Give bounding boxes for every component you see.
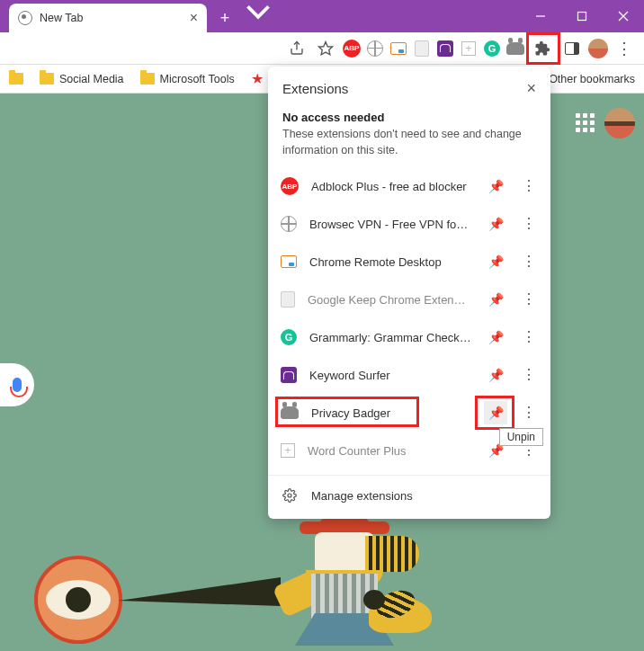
window-titlebar: New Tab × + bbox=[0, 0, 644, 32]
ext-keep-icon[interactable] bbox=[412, 39, 432, 58]
folder-icon bbox=[40, 73, 54, 85]
extension-name: Adblock Plus - free ad blocker bbox=[311, 180, 471, 193]
ext-browsec-icon[interactable] bbox=[365, 39, 385, 58]
tab-title: New Tab bbox=[40, 12, 83, 24]
extension-name: Grammarly: Grammar Checker... bbox=[309, 331, 471, 344]
more-icon[interactable] bbox=[520, 410, 538, 415]
extension-row-grammarly[interactable]: G Grammarly: Grammar Checker... 📌 bbox=[268, 318, 550, 356]
share-icon[interactable] bbox=[284, 36, 309, 61]
extension-name: Chrome Remote Desktop bbox=[309, 255, 471, 269]
ext-privacy-badger-icon[interactable] bbox=[505, 39, 525, 58]
bookmark-star-icon[interactable] bbox=[313, 36, 338, 61]
tab-favicon bbox=[18, 11, 32, 25]
more-icon[interactable] bbox=[520, 221, 538, 227]
section-title: No access needed bbox=[268, 107, 550, 126]
ext-keyword-surfer-icon[interactable] bbox=[435, 39, 455, 58]
manage-extensions-row[interactable]: Manage extensions bbox=[268, 475, 550, 515]
extension-row-browsec[interactable]: Browsec VPN - Free VPN for Ch... 📌 bbox=[268, 205, 550, 243]
popup-title: Extensions bbox=[282, 81, 348, 96]
google-apps-icon[interactable] bbox=[576, 113, 595, 133]
more-icon[interactable] bbox=[520, 259, 538, 264]
bookmark-folder[interactable] bbox=[9, 73, 23, 85]
word-counter-icon: + bbox=[281, 443, 295, 458]
star-icon: ★ bbox=[251, 70, 264, 87]
svg-rect-1 bbox=[578, 13, 586, 21]
more-icon[interactable] bbox=[520, 183, 538, 189]
pin-icon[interactable]: 📌 bbox=[484, 326, 507, 349]
extension-name: Privacy Badger bbox=[311, 406, 471, 420]
crd-icon bbox=[281, 255, 297, 268]
svg-marker-5 bbox=[319, 41, 333, 54]
pin-icon[interactable]: 📌 bbox=[484, 363, 507, 387]
ext-adblock-icon[interactable]: ABP bbox=[342, 39, 362, 58]
grammarly-icon: G bbox=[281, 329, 297, 345]
pin-icon[interactable]: 📌 bbox=[484, 401, 507, 424]
voice-search-button[interactable] bbox=[0, 363, 34, 406]
ext-remote-desktop-icon[interactable] bbox=[389, 39, 408, 58]
extension-row-privacy-badger[interactable]: Privacy Badger 📌 Unpin bbox=[268, 394, 550, 432]
extension-row-crd[interactable]: Chrome Remote Desktop 📌 bbox=[268, 243, 550, 281]
more-icon[interactable] bbox=[520, 448, 538, 453]
extension-name: Browsec VPN - Free VPN for Ch... bbox=[309, 218, 471, 231]
pin-icon[interactable]: 📌 bbox=[484, 212, 507, 236]
tab-close-icon[interactable]: × bbox=[190, 10, 198, 26]
bookmark-folder[interactable]: Social Media bbox=[40, 73, 124, 85]
more-icon[interactable] bbox=[520, 334, 538, 340]
extension-name: Word Counter Plus bbox=[308, 444, 471, 458]
highlight-box bbox=[526, 32, 560, 65]
microphone-icon bbox=[13, 378, 22, 392]
privacy-badger-icon bbox=[281, 406, 299, 419]
pin-icon[interactable]: 📌 bbox=[484, 174, 507, 198]
other-bookmarks[interactable]: Other bookmarks bbox=[549, 73, 635, 85]
folder-icon bbox=[140, 73, 155, 85]
account-avatar[interactable] bbox=[604, 108, 635, 138]
unpin-tooltip: Unpin bbox=[499, 428, 543, 446]
more-icon[interactable] bbox=[520, 372, 538, 378]
profile-avatar-icon[interactable] bbox=[588, 39, 608, 58]
browser-toolbar: ABP + G ⋮ bbox=[0, 32, 644, 65]
keyword-surfer-icon bbox=[281, 367, 297, 383]
browser-tab[interactable]: New Tab × bbox=[9, 4, 207, 32]
tab-search-button[interactable] bbox=[237, 0, 279, 32]
window-maximize-button[interactable] bbox=[561, 0, 603, 32]
section-subtitle: These extensions don't need to see and c… bbox=[268, 126, 550, 167]
extension-row-adblock[interactable]: ABP Adblock Plus - free ad blocker 📌 bbox=[268, 167, 550, 205]
ext-grammarly-icon[interactable]: G bbox=[482, 39, 502, 58]
side-panel-icon[interactable] bbox=[559, 36, 585, 61]
manage-extensions-label: Manage extensions bbox=[311, 489, 413, 503]
bookmark-folder[interactable]: Microsoft Tools bbox=[140, 73, 235, 85]
adblock-icon: ABP bbox=[281, 177, 299, 195]
menu-icon[interactable]: ⋮ bbox=[612, 36, 637, 61]
more-icon[interactable] bbox=[520, 297, 538, 302]
window-close-button[interactable] bbox=[603, 0, 644, 32]
extension-row-keep[interactable]: Google Keep Chrome Extension 📌 bbox=[268, 281, 550, 318]
folder-icon bbox=[9, 73, 23, 85]
svg-point-6 bbox=[288, 494, 291, 497]
pin-icon[interactable]: 📌 bbox=[484, 250, 507, 273]
extension-name: Google Keep Chrome Extension bbox=[308, 293, 471, 307]
gear-icon bbox=[282, 488, 297, 503]
window-minimize-button[interactable] bbox=[520, 0, 561, 32]
extensions-popup: Extensions × No access needed These exte… bbox=[268, 67, 550, 519]
ext-word-counter-icon[interactable]: + bbox=[459, 39, 479, 58]
close-icon[interactable]: × bbox=[526, 79, 536, 98]
extension-row-keyword-surfer[interactable]: Keyword Surfer 📌 bbox=[268, 356, 550, 394]
extension-name: Keyword Surfer bbox=[309, 369, 471, 382]
keep-icon bbox=[281, 291, 295, 308]
new-tab-button[interactable]: + bbox=[212, 5, 237, 31]
pin-icon[interactable]: 📌 bbox=[484, 288, 507, 311]
browsec-icon bbox=[281, 216, 297, 232]
